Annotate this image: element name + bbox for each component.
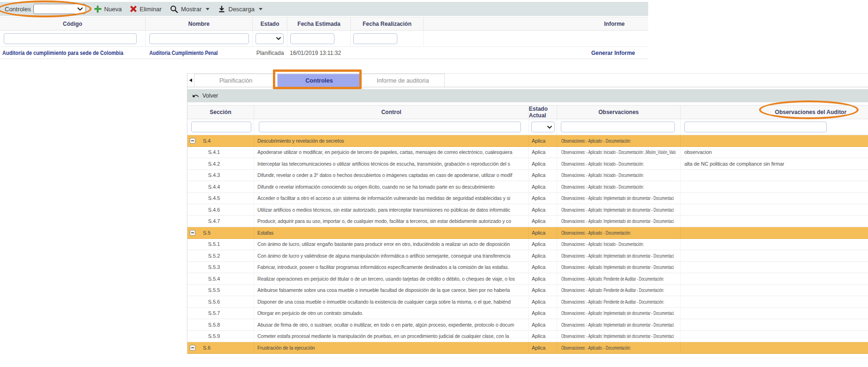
new-button[interactable]: Nueva xyxy=(94,6,122,13)
header-fecha-realizacion: Fecha Realización xyxy=(351,17,424,30)
row-control: Con ánimo de lucro, utilizar engaño bast… xyxy=(257,241,510,247)
row-estado: Aplica xyxy=(532,138,545,144)
filter-observaciones-input[interactable] xyxy=(561,122,675,132)
audit-row[interactable]: Auditoría de cumplimiento para sede de C… xyxy=(0,47,648,59)
control-row[interactable]: S.5.2 Con ánimo de lucro y valiéndose de… xyxy=(187,250,868,262)
row-control: Utilizar artificios o medios técnicos, s… xyxy=(257,207,510,213)
tab-strip: Planificación Controles Informe de audit… xyxy=(187,73,868,87)
context-select[interactable] xyxy=(33,4,86,14)
header-informe: Informe xyxy=(424,17,648,30)
control-row[interactable]: S.5.5 Atribuirse falsamente sobre una co… xyxy=(187,285,868,297)
filter-estado-select[interactable] xyxy=(256,33,284,44)
header-estado: Estado xyxy=(253,17,287,30)
row-seccion: S.4.3 xyxy=(208,172,220,178)
row-estado: Aplica xyxy=(532,345,545,351)
filter-fecha-realizacion-input[interactable] xyxy=(353,33,397,44)
generar-informe-link[interactable]: Generar Informe xyxy=(591,50,635,56)
control-row[interactable]: S.4.5 Acceder o facilitar a otro el acce… xyxy=(187,193,868,205)
collapse-minus-icon[interactable] xyxy=(190,230,195,236)
control-row[interactable]: S.5.8 Abusar de firma de otro, o sustrae… xyxy=(187,319,868,331)
panel-toolbar: Volver xyxy=(187,89,868,102)
collapse-minus-icon[interactable] xyxy=(190,138,195,144)
collapse-minus-icon[interactable] xyxy=(190,345,195,351)
row-control: Producir, adquirir para su uso, importar… xyxy=(257,218,511,224)
control-row[interactable]: S.5.6 Disponer de una cosa mueble o inmu… xyxy=(187,296,868,308)
control-row[interactable]: S.4.6 Utilizar artificios o medios técni… xyxy=(187,204,868,216)
row-seccion: S.5.3 xyxy=(208,264,220,270)
control-row[interactable]: S.4.1 Apoderarse utilizar o modificar, e… xyxy=(187,147,868,159)
row-observaciones: Observaciones: - Aplicado: Iniciado - Do… xyxy=(561,161,644,167)
row-observaciones: Observaciones: - Aplicado: Iniciado - Do… xyxy=(561,149,676,155)
control-row[interactable]: S.5.9 Cometer estafa procesal mediante l… xyxy=(187,331,868,343)
row-estado: Aplica xyxy=(532,299,545,305)
row-seccion: S.5.7 xyxy=(208,310,220,316)
tab-scroll-left-button[interactable] xyxy=(187,74,194,87)
row-estado: Aplica xyxy=(532,241,545,247)
audits-table: Código Nombre Estado Fecha Estimada Fech… xyxy=(0,17,648,59)
row-control: Otorgar en perjuicio de otro un contrato… xyxy=(257,310,363,316)
control-row[interactable]: S.5.7 Otorgar en perjuicio de otro un co… xyxy=(187,308,868,320)
back-button[interactable]: Volver xyxy=(192,92,218,99)
row-observaciones: Observaciones: - Aplicado: Implementado … xyxy=(561,264,674,270)
filter-observaciones-auditor-input[interactable] xyxy=(684,122,827,132)
row-seccion: S.5.9 xyxy=(208,333,220,339)
control-row[interactable]: S.4.3 Difundir, revelar o ceder a 3° dat… xyxy=(187,170,868,182)
control-row[interactable]: S.5 Estafas Aplica Observaciones: - Apli… xyxy=(187,227,868,239)
row-seccion: S.5.8 xyxy=(208,322,220,328)
row-observaciones: Observaciones: - Aplicado: Pendiente de … xyxy=(561,276,664,282)
header-observaciones: Observaciones xyxy=(557,106,681,119)
tab-controles[interactable]: Controles xyxy=(278,74,361,87)
control-row[interactable]: S.5.4 Realizar operaciones en perjuicio … xyxy=(187,273,868,285)
row-observaciones: Observaciones: - Aplicado: Pendiente de … xyxy=(561,287,664,293)
row-seccion: S.5.4 xyxy=(208,276,220,282)
audit-estado: Planificada xyxy=(256,50,284,56)
row-seccion: S.5.1 xyxy=(208,241,220,247)
control-row[interactable]: S.5.3 Fabricar, introducir, poseer o fac… xyxy=(187,262,868,274)
row-estado: Aplica xyxy=(532,287,545,293)
filter-estado-actual-select[interactable] xyxy=(531,122,555,132)
back-button-label: Volver xyxy=(202,92,218,99)
row-estado: Aplica xyxy=(532,172,545,178)
download-icon xyxy=(218,5,225,13)
row-seccion: S.5 xyxy=(203,230,210,236)
control-row[interactable]: S.4.4 Difundir o revelar información con… xyxy=(187,181,868,193)
header-control: Control xyxy=(254,106,529,119)
row-control: Con ánimo de lucro y valiéndose de algun… xyxy=(257,253,510,259)
audit-nombre-link[interactable]: Auditoria Cumplimiento Penal xyxy=(149,50,218,56)
filter-codigo-input[interactable] xyxy=(4,33,137,44)
show-button[interactable]: Mostrar xyxy=(170,5,209,13)
audit-codigo-link[interactable]: Auditoría de cumplimiento para sede de C… xyxy=(2,50,123,56)
download-button[interactable]: Descarga xyxy=(218,5,263,13)
control-row[interactable]: S.6 Frustración de la ejecución Aplica O… xyxy=(187,342,868,354)
control-row[interactable]: S.5.1 Con ánimo de lucro, utilizar engañ… xyxy=(187,239,868,251)
control-row[interactable]: S.4.7 Producir, adquirir para su uso, im… xyxy=(187,216,868,228)
download-button-label: Descarga xyxy=(228,6,255,13)
row-observaciones: Observaciones: - Aplicado: Implementado … xyxy=(561,253,674,259)
tab-informe-de-auditoria[interactable]: Informe de auditoria xyxy=(361,74,445,87)
row-control: Abusar de firma de otro, o sustraer, ocu… xyxy=(257,322,514,328)
row-estado: Aplica xyxy=(532,253,545,259)
row-seccion: S.4.4 xyxy=(208,184,220,190)
header-observaciones-auditor: Observaciones del Auditor xyxy=(681,106,868,119)
controls-table: Sección Control Estado Actual Observacio… xyxy=(187,105,868,354)
undo-arrow-icon xyxy=(192,92,199,99)
row-observaciones: Observaciones: - Aplicado: - Documentaci… xyxy=(561,230,631,236)
delete-button[interactable]: Eliminar xyxy=(130,6,162,13)
header-seccion: Sección xyxy=(187,106,254,119)
row-control: Interceptar las telecomunicaciones o uti… xyxy=(257,161,510,167)
row-observaciones: Observaciones: - Aplicado: Iniciado - Do… xyxy=(561,184,644,190)
header-nombre: Nombre xyxy=(146,17,253,30)
row-control: Difundir o revelar información conociend… xyxy=(257,184,495,190)
filter-nombre-input[interactable] xyxy=(149,33,249,44)
chevron-down-icon xyxy=(547,126,552,129)
control-row[interactable]: S.4.2 Interceptar las telecomunicaciones… xyxy=(187,158,868,170)
audit-fecha-estimada: 16/01/2019 13:11:32 xyxy=(290,50,341,56)
filter-fecha-estimada-input[interactable] xyxy=(290,33,334,44)
tab-planificacion[interactable]: Planificación xyxy=(194,74,278,87)
row-seccion: S.6 xyxy=(203,345,210,351)
filter-seccion-input[interactable] xyxy=(191,122,251,132)
row-seccion: S.4.2 xyxy=(208,161,220,167)
control-row[interactable]: S.4 Descubrimiento y revelación de secre… xyxy=(187,135,868,147)
screen: Controles Nueva Eliminar Mostrar Descarg… xyxy=(0,0,868,367)
filter-control-input[interactable] xyxy=(259,122,521,132)
